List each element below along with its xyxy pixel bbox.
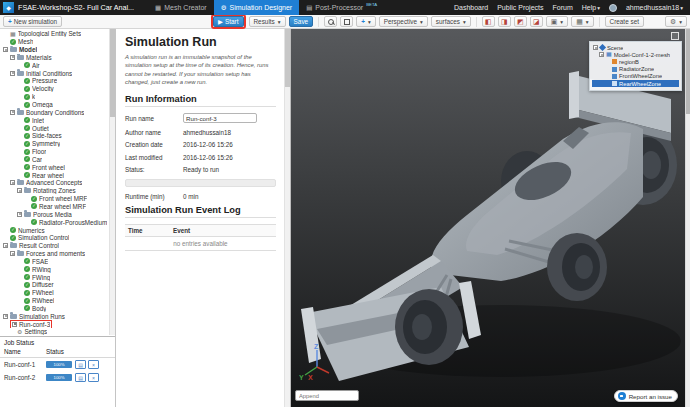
- select-volume-mode-icon[interactable]: ◪: [530, 16, 543, 27]
- scene-tree-item[interactable]: regionB: [592, 58, 679, 65]
- tree-expander-icon[interactable]: [17, 188, 22, 193]
- tree-item[interactable]: ✓Front wheel MRF: [0, 195, 109, 203]
- page-scrollbar-thumb[interactable]: [686, 29, 690, 114]
- tree-item[interactable]: Rotating Zones: [0, 187, 109, 195]
- add-dropdown[interactable]: + ▾: [356, 16, 376, 27]
- job-stop-button[interactable]: ×: [88, 360, 99, 369]
- tree-item[interactable]: ✓Mesh: [0, 38, 109, 46]
- page-scrollbar[interactable]: [685, 29, 690, 407]
- scene-expander-icon[interactable]: [593, 45, 598, 50]
- nav-link-forum[interactable]: Forum: [553, 4, 573, 11]
- tree-expander-icon[interactable]: [10, 71, 15, 76]
- tree-expander-icon[interactable]: [12, 322, 17, 327]
- job-results-button[interactable]: ▤: [75, 360, 86, 369]
- tree-item[interactable]: Porous Media: [0, 210, 109, 218]
- scene-tree-item[interactable]: RadiatorZone: [592, 66, 679, 73]
- perspective-dropdown[interactable]: Perspective ▾: [379, 16, 428, 27]
- tree-item[interactable]: ✓Symmetry: [0, 140, 109, 148]
- tree-expander-icon[interactable]: [10, 251, 15, 256]
- tab-simulation-designer[interactable]: ⚙ Simulation Designer: [214, 0, 299, 15]
- tree-expander-icon[interactable]: [3, 47, 8, 52]
- run-name-input[interactable]: [183, 113, 257, 123]
- user-menu[interactable]: ahmedhussain18▾: [626, 4, 683, 11]
- tree-item[interactable]: ✓RWing: [0, 265, 109, 273]
- tree-item[interactable]: ✓Pressure: [0, 77, 109, 85]
- tree-item[interactable]: ✓Inlet: [0, 116, 109, 124]
- tree-item[interactable]: ✓Car: [0, 156, 109, 164]
- tree-item[interactable]: ▦Topological Entity Sets: [0, 30, 109, 38]
- tab-mesh-creator[interactable]: ▦ Mesh Creator: [148, 0, 214, 15]
- tree-item[interactable]: ✓Simulation Control: [0, 234, 109, 242]
- tree-expander-icon[interactable]: [3, 314, 8, 319]
- select-vertex-mode-icon[interactable]: ◧: [482, 16, 495, 27]
- scene-tree-item[interactable]: Scene: [592, 44, 679, 51]
- mesh-visibility-dropdown[interactable]: ▦ ▾: [571, 16, 593, 27]
- select-face-mode-icon[interactable]: ◩: [514, 16, 527, 27]
- tree-item[interactable]: ✓Air: [0, 61, 109, 69]
- fit-view-icon[interactable]: [340, 16, 353, 27]
- scene-tree-item[interactable]: RearWheelZone: [592, 80, 679, 87]
- results-dropdown[interactable]: Results ▾: [249, 16, 286, 27]
- tree-item[interactable]: ✓FWheel: [0, 289, 109, 297]
- select-edge-mode-icon[interactable]: ◨: [498, 16, 511, 27]
- viewport-command-input[interactable]: [295, 390, 359, 401]
- nav-link-public-projects[interactable]: Public Projects: [497, 4, 543, 11]
- tree-item[interactable]: ✓Side-faces: [0, 132, 109, 140]
- zoom-icon[interactable]: [324, 16, 337, 27]
- tree-expander-icon[interactable]: [3, 243, 8, 248]
- start-button[interactable]: ▶ Start: [213, 16, 243, 27]
- tree-item[interactable]: Run-conf-3: [0, 320, 109, 328]
- tree-item[interactable]: ✓Velocity: [0, 85, 109, 93]
- tab-post-processor[interactable]: ▤ Post-Processor BETA: [299, 0, 384, 15]
- user-avatar[interactable]: [609, 4, 617, 12]
- tree-item[interactable]: ✓Floor: [0, 148, 109, 156]
- tree-item[interactable]: Materials: [0, 54, 109, 62]
- tree-item[interactable]: Forces and moments: [0, 250, 109, 258]
- viewport-3d[interactable]: Scene▦Model-Conf-1-2-meshregionBRadiator…: [291, 29, 685, 407]
- scene-expander-icon[interactable]: [599, 52, 604, 57]
- job-results-button[interactable]: ▤: [75, 373, 86, 382]
- tree-item[interactable]: ✓Front wheel: [0, 163, 109, 171]
- tree-item[interactable]: Advanced Concepts: [0, 179, 109, 187]
- tree-item[interactable]: ✓Rear wheel: [0, 171, 109, 179]
- tree-item[interactable]: ✓Diffuser: [0, 281, 109, 289]
- tree-item[interactable]: ✓RWheel: [0, 297, 109, 305]
- tree-item[interactable]: ✓FSAE: [0, 257, 109, 265]
- tree-item[interactable]: ✓Numerics: [0, 226, 109, 234]
- tree-item[interactable]: Model: [0, 46, 109, 54]
- settings-scrollbar-thumb[interactable]: [285, 29, 290, 87]
- simscale-logo[interactable]: ◆: [3, 2, 14, 13]
- tree-item[interactable]: Simulation Runs: [0, 312, 109, 320]
- tree-item[interactable]: Boundary Conditions: [0, 108, 109, 116]
- tree-scrollbar[interactable]: [109, 29, 115, 335]
- viewer-settings-dropdown[interactable]: ⚙ ▾: [665, 16, 687, 27]
- tree-expander-icon[interactable]: [17, 212, 22, 217]
- save-button[interactable]: Save: [289, 16, 314, 27]
- cube-view-dropdown[interactable]: ▣ ▾: [546, 16, 568, 27]
- tree-item[interactable]: Result Control: [0, 242, 109, 250]
- job-stop-button[interactable]: ×: [88, 373, 99, 382]
- create-set-button[interactable]: Create set: [605, 16, 644, 27]
- tree-expander-icon[interactable]: [10, 180, 15, 185]
- report-issue-button[interactable]: Report an issue: [614, 390, 678, 402]
- nav-link-dashboard[interactable]: Dashboard: [454, 4, 488, 11]
- fullscreen-icon[interactable]: [671, 32, 679, 40]
- tree-item[interactable]: ⚙Settings: [0, 328, 109, 335]
- render-mode-dropdown[interactable]: surfaces ▾: [431, 16, 471, 27]
- help-menu[interactable]: Help▾: [582, 4, 600, 11]
- scene-tree-item[interactable]: ▦Model-Conf-1-2-mesh: [592, 51, 679, 58]
- tree-item[interactable]: Initial Conditions: [0, 69, 109, 77]
- tree-expander-icon[interactable]: [10, 55, 15, 60]
- new-simulation-button[interactable]: + New simulation: [3, 16, 62, 27]
- tree-item[interactable]: ✓k: [0, 93, 109, 101]
- tree-expander-icon[interactable]: [10, 110, 15, 115]
- tree-item[interactable]: ✓Omega: [0, 101, 109, 109]
- scene-tree-item[interactable]: FrontWheelZone: [592, 73, 679, 80]
- tree-item[interactable]: ✓FWing: [0, 273, 109, 281]
- tree-item[interactable]: ✓Outlet: [0, 124, 109, 132]
- tree-item[interactable]: ✓Rear wheel MRF: [0, 203, 109, 211]
- settings-scrollbar[interactable]: [284, 29, 290, 407]
- tree-item[interactable]: ✓Body: [0, 305, 109, 313]
- tree-scrollbar-thumb[interactable]: [110, 29, 115, 117]
- tree-item[interactable]: ✓Radiator-PorousMedium: [0, 218, 109, 226]
